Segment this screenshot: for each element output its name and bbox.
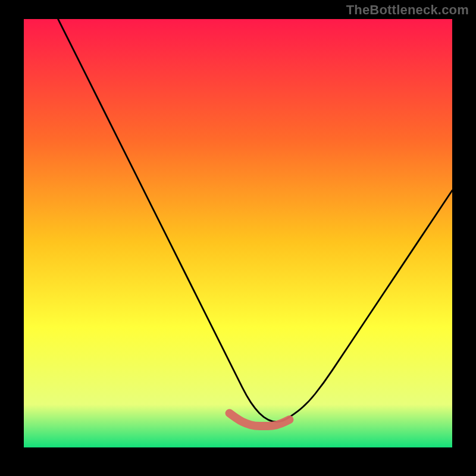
chart-container: TheBottleneck.com xyxy=(0,0,476,476)
plot-area xyxy=(24,19,452,447)
bottleneck-chart xyxy=(24,19,452,447)
gradient-background xyxy=(24,19,452,447)
watermark-text: TheBottleneck.com xyxy=(346,2,469,18)
